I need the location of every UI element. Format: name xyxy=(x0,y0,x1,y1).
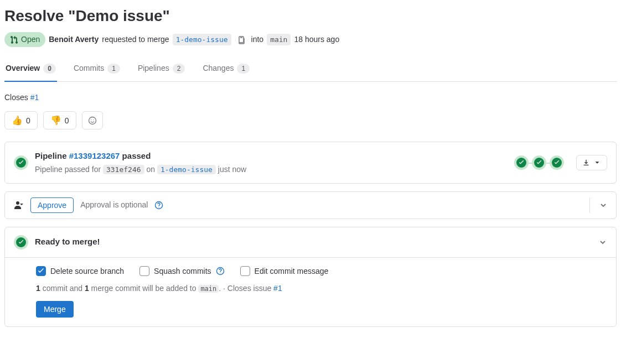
delete-source-branch-checkbox[interactable]: Delete source branch xyxy=(36,266,124,277)
source-branch[interactable]: 1-demo-issue xyxy=(173,34,231,46)
edit-commit-message-checkbox[interactable]: Edit commit message xyxy=(240,266,329,277)
tab-changes[interactable]: Changes 1 xyxy=(201,57,251,82)
svg-point-2 xyxy=(91,119,91,119)
author-name[interactable]: Benoit Averty xyxy=(49,34,99,45)
checkbox-unchecked-icon xyxy=(139,266,149,276)
svg-point-6 xyxy=(159,206,159,207)
chevron-down-icon xyxy=(593,159,601,167)
thumbs-down-count: 0 xyxy=(65,116,69,125)
approval-panel: Approve Approval is optional xyxy=(4,191,617,219)
status-badge: Open xyxy=(4,32,45,47)
squash-commits-label: Squash commits xyxy=(154,266,211,277)
checkbox-checked-icon xyxy=(36,266,46,276)
tab-counter: 1 xyxy=(107,64,120,74)
tab-bar: Overview 0 Commits 1 Pipelines 2 Changes… xyxy=(4,57,617,82)
pipeline-status-icon xyxy=(14,155,28,170)
pipeline-subtitle: Pipeline passed for 331ef246 on 1-demo-i… xyxy=(35,164,508,175)
check-icon xyxy=(536,160,542,165)
merge-target-branch: main xyxy=(198,285,219,293)
approvers-icon[interactable] xyxy=(14,200,24,210)
merge-summary-text1: commit and xyxy=(40,284,85,293)
add-reaction-button[interactable] xyxy=(82,111,103,129)
closes-issue-link[interactable]: #1 xyxy=(273,284,282,293)
tab-label: Overview xyxy=(6,63,40,74)
svg-point-1 xyxy=(89,117,96,124)
thumbs-up-button[interactable]: 👍 0 xyxy=(4,111,38,129)
download-icon xyxy=(582,159,590,167)
pipeline-sub-time: just now xyxy=(216,165,246,174)
squash-commits-checkbox[interactable]: Squash commits xyxy=(139,266,224,277)
chevron-down-icon xyxy=(599,201,608,210)
tab-overview[interactable]: Overview 0 xyxy=(4,57,57,82)
target-branch[interactable]: main xyxy=(267,34,291,46)
pipeline-sub-on: on xyxy=(144,165,157,174)
thumbs-up-count: 0 xyxy=(26,116,30,125)
mr-title: Resolve "Demo issue" xyxy=(4,4,617,28)
artifacts-dropdown-button[interactable] xyxy=(576,155,607,170)
merge-expand-toggle[interactable] xyxy=(589,235,616,249)
check-icon xyxy=(554,160,560,165)
merge-summary: 1 commit and 1 merge commit will be adde… xyxy=(36,283,607,294)
approval-expand-toggle[interactable] xyxy=(589,197,616,213)
merge-panel: Ready to merge! Delete source branch Squ… xyxy=(4,227,617,327)
svg-point-4 xyxy=(16,201,19,205)
tab-counter: 1 xyxy=(237,64,250,74)
check-icon xyxy=(519,160,524,165)
mr-meta-row: Open Benoit Averty requested to merge 1-… xyxy=(4,32,617,47)
mr-description: Closes #1 xyxy=(4,92,617,103)
edit-commit-message-label: Edit commit message xyxy=(255,266,329,277)
thumbs-down-icon: 👎 xyxy=(50,115,61,126)
pipeline-panel: Pipeline #1339123267 passed Pipeline pas… xyxy=(4,142,617,184)
pipeline-sub-prefix: Pipeline passed for xyxy=(35,165,103,174)
closes-issue-link[interactable]: #1 xyxy=(30,93,39,102)
mr-timestamp: 18 hours ago xyxy=(294,34,339,45)
clipboard-icon xyxy=(237,35,246,44)
checkbox-unchecked-icon xyxy=(240,266,250,276)
merge-request-icon xyxy=(10,35,19,44)
approval-optional-text: Approval is optional xyxy=(80,199,148,211)
tab-commits[interactable]: Commits 1 xyxy=(73,57,121,82)
pipeline-title-suffix: passed xyxy=(120,151,151,160)
merge-summary-dot: . · Closes issue xyxy=(219,284,273,293)
closes-text: Closes xyxy=(4,93,30,102)
chevron-down-icon xyxy=(598,238,607,247)
smiley-icon xyxy=(88,116,97,125)
tab-label: Pipelines xyxy=(138,63,169,74)
pipeline-title: Pipeline #1339123267 passed xyxy=(35,150,508,163)
pipeline-stages xyxy=(514,155,564,170)
pipeline-stage-1[interactable] xyxy=(514,155,529,170)
pipeline-stage-3[interactable] xyxy=(550,155,564,170)
help-icon[interactable] xyxy=(154,201,163,210)
into-text: into xyxy=(251,34,264,45)
svg-point-8 xyxy=(220,273,220,273)
pipeline-id-link[interactable]: #1339123267 xyxy=(69,151,120,160)
delete-source-branch-label: Delete source branch xyxy=(50,266,124,277)
tab-counter: 2 xyxy=(173,64,185,74)
merge-summary-text2: merge commit will be added to xyxy=(89,284,199,293)
merge-mergecommit-count: 1 xyxy=(85,284,89,293)
check-icon xyxy=(18,160,24,165)
merge-button[interactable]: Merge xyxy=(36,301,74,318)
merge-ready-title: Ready to merge! xyxy=(35,236,583,248)
thumbs-up-icon: 👍 xyxy=(12,115,23,126)
tab-counter: 0 xyxy=(43,64,56,74)
help-icon[interactable] xyxy=(216,267,225,275)
merge-status-icon xyxy=(14,235,28,249)
pipeline-commit-sha[interactable]: 331ef246 xyxy=(103,165,144,174)
thumbs-down-button[interactable]: 👎 0 xyxy=(43,111,76,129)
tab-label: Changes xyxy=(203,63,234,74)
pipeline-title-prefix: Pipeline xyxy=(35,151,69,160)
reactions-row: 👍 0 👎 0 xyxy=(4,111,617,129)
pipeline-stage-2[interactable] xyxy=(532,155,546,170)
merge-commit-count: 1 xyxy=(36,284,40,293)
approve-button[interactable]: Approve xyxy=(30,197,74,213)
check-icon xyxy=(18,240,24,245)
pipeline-branch[interactable]: 1-demo-issue xyxy=(157,165,216,174)
copy-branch-button[interactable] xyxy=(235,33,248,46)
tab-pipelines[interactable]: Pipelines 2 xyxy=(137,57,187,82)
tab-label: Commits xyxy=(74,63,104,74)
svg-point-3 xyxy=(93,119,94,119)
request-text: requested to merge xyxy=(102,34,169,45)
status-label: Open xyxy=(21,34,40,45)
